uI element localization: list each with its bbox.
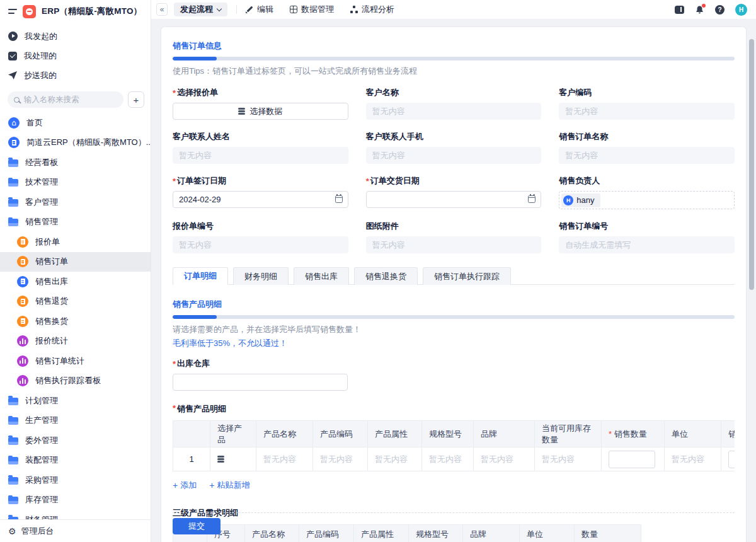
start-flow-button[interactable]: 发起流程	[174, 3, 227, 16]
folder-icon	[8, 437, 18, 445]
sidebar-item-sales-exchange[interactable]: 销售换货	[0, 311, 151, 332]
sidebar-item-plan-mgmt[interactable]: 计划管理	[0, 391, 151, 411]
doc-icon	[17, 316, 28, 327]
user-avatar[interactable]: H	[735, 4, 747, 16]
topbar: « 发起流程 编辑 数据管理 流程分析	[151, 0, 756, 19]
main-area: « 发起流程 编辑 数据管理 流程分析	[151, 0, 756, 542]
sidebar-item-erp-app[interactable]: 简道云ERP（精细版-离散MTO）...	[0, 133, 151, 153]
chevron-down-icon	[217, 6, 222, 11]
sidebar-item-customer-mgmt[interactable]: 客户管理	[0, 192, 151, 212]
sidebar-item-sales-order[interactable]: 销售订单	[0, 252, 151, 272]
sales-qty-input[interactable]	[609, 451, 655, 468]
submit-button[interactable]: 提交	[173, 518, 220, 534]
sidebar-item-quote-stats[interactable]: 报价统计	[0, 332, 151, 352]
hamburger-menu-icon[interactable]	[8, 9, 17, 14]
table-row: 1 暂无内容 暂无内容 暂无内容 暂无内容 暂无内容 暂无内容 暂无内容	[173, 447, 735, 471]
detail-tabs: 订单明细 财务明细 销售出库 销售退换货 销售订单执行跟踪	[173, 267, 735, 285]
doc-icon	[17, 276, 28, 287]
folder-icon	[8, 159, 18, 167]
calendar-icon[interactable]	[335, 195, 343, 203]
database-icon	[217, 456, 224, 463]
help-button[interactable]: ?	[715, 5, 724, 14]
submit-area: 提交	[173, 512, 735, 542]
warehouse-field: 出库仓库	[173, 358, 348, 391]
sidebar-item-sales-outbound[interactable]: 销售出库	[0, 272, 151, 292]
section-progress-bar-2	[173, 315, 735, 319]
member-tag: H hany	[561, 193, 600, 207]
sign-date-input[interactable]	[173, 191, 348, 208]
sales-owner-field: 销售负责人 H hany	[559, 175, 735, 209]
sidebar-item-purchase-mgmt[interactable]: 采购管理	[0, 470, 151, 490]
sales-owner-picker[interactable]: H hany	[559, 191, 735, 209]
vertical-scrollbar-thumb[interactable]	[749, 39, 754, 290]
folder-icon	[8, 497, 18, 504]
section-title-product-detail: 销售产品明细	[173, 299, 735, 310]
paste-add-link[interactable]: +粘贴新增	[209, 480, 249, 491]
play-icon	[8, 32, 18, 41]
doc-icon	[8, 137, 20, 148]
sidebar-nav: ⌂ 首页 简道云ERP（精细版-离散MTO）... 经营看板 技术管理 客户管理	[0, 113, 151, 519]
select-data-button[interactable]: 选择数据	[173, 103, 348, 120]
contact-phone-input	[366, 147, 542, 164]
folder-icon	[8, 179, 18, 187]
calendar-icon[interactable]	[528, 195, 536, 203]
app-title: ERP（精细版-离散MTO）	[42, 6, 142, 17]
sidebar-item-inventory-mgmt[interactable]: 库存管理	[0, 490, 151, 510]
sidebar-item-finance-mgmt[interactable]: 财务管理	[0, 510, 151, 519]
folder-icon	[8, 417, 18, 425]
customer-name-field: 客户名称	[366, 87, 542, 120]
collapse-sidebar-button[interactable]: «	[156, 3, 168, 16]
folder-icon	[8, 199, 18, 207]
admin-backend-link[interactable]: ⚙ 管理后台	[0, 519, 151, 542]
warehouse-input[interactable]	[173, 374, 348, 391]
sidebar-item-production-mgmt[interactable]: 生产管理	[0, 411, 151, 431]
sidebar-item-exec-tracking-board[interactable]: 销售执行跟踪看板	[0, 371, 151, 391]
customer-code-field: 客户编码	[559, 87, 735, 120]
sidebar-item-biz-dashboard[interactable]: 经营看板	[0, 153, 151, 173]
home-icon: ⌂	[8, 117, 20, 129]
sales-price-input[interactable]	[728, 451, 735, 468]
tab-finance-detail[interactable]: 财务明细	[233, 267, 289, 285]
sign-date-field: 订单签订日期	[173, 175, 348, 209]
folder-icon	[8, 477, 18, 485]
sidebar-item-sales-return[interactable]: 销售退货	[0, 292, 151, 312]
sidebar-item-home[interactable]: ⌂ 首页	[0, 113, 151, 133]
sidebar-item-my-initiated[interactable]: 我发起的	[0, 26, 151, 46]
col-blank	[173, 421, 210, 447]
table-actions: +添加 +粘贴新增	[173, 480, 735, 491]
delivery-date-input[interactable]	[366, 191, 542, 208]
order-form-grid: 选择报价单 选择数据 客户名称 客户编码	[173, 87, 735, 253]
sidebar-item-order-stats[interactable]: 销售订单统计	[0, 351, 151, 371]
sidebar-header: ERP（精细版-离散MTO）	[0, 1, 151, 21]
sidebar-search-row: 输入名称来搜索 +	[0, 91, 151, 108]
side-panel-icon[interactable]	[675, 6, 684, 14]
sidebar-item-cc-to-me[interactable]: 抄送我的	[0, 66, 151, 85]
notifications-button[interactable]	[695, 5, 704, 14]
flow-analysis-button[interactable]: 流程分析	[350, 4, 394, 15]
order-name-input	[559, 147, 735, 164]
row-select-product[interactable]	[210, 447, 256, 471]
add-row-link[interactable]: +添加	[173, 480, 197, 491]
notification-dot	[702, 4, 706, 8]
sidebar-item-quotation[interactable]: 报价单	[0, 232, 151, 252]
tab-order-detail[interactable]: 订单明细	[173, 267, 228, 285]
data-manage-button[interactable]: 数据管理	[290, 4, 334, 15]
search-input[interactable]: 输入名称来搜索	[8, 91, 123, 108]
workflow-menu: 我发起的 我处理的 抄送我的	[0, 26, 151, 85]
sidebar-item-tech-mgmt[interactable]: 技术管理	[0, 173, 151, 193]
add-app-button[interactable]: +	[128, 91, 144, 108]
topbar-right: ? H	[675, 4, 747, 16]
folder-icon	[8, 517, 18, 519]
tab-sales-outbound[interactable]: 销售出库	[294, 267, 349, 285]
sidebar-item-my-handled[interactable]: 我处理的	[0, 46, 151, 66]
table-grid-icon	[290, 6, 297, 13]
tab-order-exec-tracking[interactable]: 销售订单执行跟踪	[423, 267, 511, 285]
edit-button[interactable]: 编辑	[246, 4, 273, 15]
sidebar-item-assembly-mgmt[interactable]: 装配管理	[0, 451, 151, 471]
sidebar-item-outsource-mgmt[interactable]: 委外管理	[0, 430, 151, 451]
chart-icon	[17, 375, 28, 386]
tab-sales-return-exchange[interactable]: 销售退换货	[354, 267, 418, 285]
sidebar-item-sales-mgmt[interactable]: 销售管理	[0, 212, 151, 233]
customer-code-input	[559, 103, 735, 120]
task-check-icon	[8, 52, 17, 61]
